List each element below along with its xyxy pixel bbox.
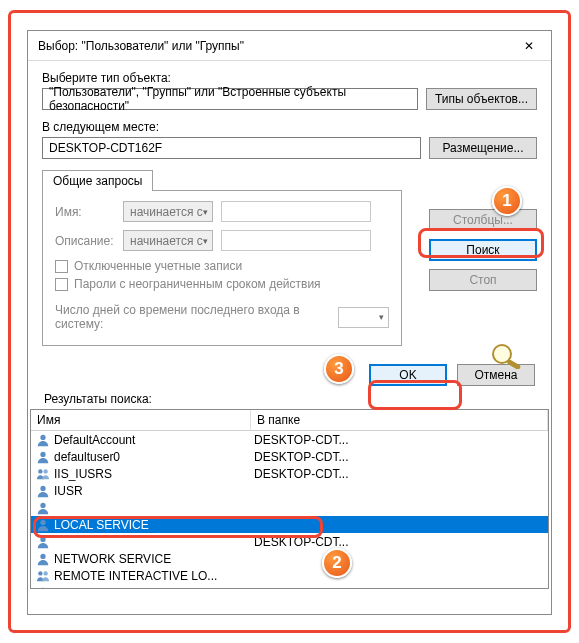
location-label: В следующем месте: xyxy=(42,120,537,134)
result-name: DefaultAccount xyxy=(54,433,254,447)
user-icon xyxy=(35,432,51,448)
result-row[interactable]: REMOTE INTERACTIVE LO... xyxy=(31,567,548,584)
svg-point-10 xyxy=(43,571,47,575)
user-icon xyxy=(35,483,51,499)
result-name: REMOTE INTERACTIVE LO... xyxy=(54,569,254,583)
result-folder: DESKTOP-CDT... xyxy=(254,535,348,549)
svg-point-9 xyxy=(38,571,42,575)
magnifier-icon xyxy=(489,341,529,369)
days-since-logon-label: Число дней со времени последнего входа в… xyxy=(55,303,330,331)
svg-point-7 xyxy=(40,536,45,541)
result-row[interactable]: IIS_IUSRSDESKTOP-CDT... xyxy=(31,465,548,482)
result-name: IIS_IUSRS xyxy=(54,467,254,481)
dialog-window: Выбор: "Пользователи" или "Группы" ✕ Выб… xyxy=(27,30,552,615)
location-field: DESKTOP-CDT162F xyxy=(42,137,421,159)
annotation-3: 3 xyxy=(324,354,354,384)
days-combo[interactable]: ▾ xyxy=(338,307,389,328)
svg-point-5 xyxy=(40,502,45,507)
svg-point-6 xyxy=(40,519,45,524)
columns-button[interactable]: Столбцы... xyxy=(429,209,537,231)
ok-button[interactable]: OK xyxy=(369,364,447,386)
result-folder: DESKTOP-CDT... xyxy=(254,586,348,590)
chevron-down-icon: ▾ xyxy=(203,207,208,217)
group-icon xyxy=(35,568,51,584)
user-icon xyxy=(35,449,51,465)
results-header: Имя В папке xyxy=(31,410,548,431)
results-list[interactable]: Имя В папке DefaultAccountDESKTOP-CDT...… xyxy=(30,409,549,589)
annotation-2: 2 xyxy=(322,548,352,578)
queries-panel: Имя: начинается с▾ Описание: начинается … xyxy=(42,190,402,346)
column-name[interactable]: Имя xyxy=(31,410,251,430)
name-match-combo[interactable]: начинается с▾ xyxy=(123,201,213,222)
chevron-down-icon: ▾ xyxy=(379,312,384,322)
titlebar: Выбор: "Пользователи" или "Группы" ✕ xyxy=(28,31,551,61)
group-icon xyxy=(35,466,51,482)
user-icon xyxy=(35,500,51,516)
svg-point-4 xyxy=(40,485,45,490)
result-name: IUSR xyxy=(54,484,254,498)
svg-point-8 xyxy=(40,553,45,558)
search-button[interactable]: Поиск xyxy=(429,239,537,261)
svg-point-3 xyxy=(43,469,47,473)
svg-point-11 xyxy=(40,587,45,589)
non-expiring-pw-label: Пароли с неограниченным сроком действия xyxy=(74,277,321,291)
disabled-accounts-label: Отключенные учетные записи xyxy=(74,259,242,273)
result-row[interactable]: IUSR xyxy=(31,482,548,499)
result-folder: DESKTOP-CDT... xyxy=(254,433,348,447)
disabled-accounts-checkbox[interactable] xyxy=(55,260,68,273)
chevron-down-icon: ▾ xyxy=(203,236,208,246)
result-name: WDAGUtilityAccount xyxy=(54,586,254,590)
svg-point-1 xyxy=(40,451,45,456)
tab-common-queries[interactable]: Общие запросы xyxy=(42,170,153,191)
window-title: Выбор: "Пользователи" или "Группы" xyxy=(38,39,244,53)
stop-button[interactable]: Стоп xyxy=(429,269,537,291)
close-button[interactable]: ✕ xyxy=(507,31,551,61)
desc-match-combo[interactable]: начинается с▾ xyxy=(123,230,213,251)
result-row[interactable]: DESKTOP-CDT... xyxy=(31,533,548,550)
svg-point-2 xyxy=(38,469,42,473)
result-row[interactable]: DefaultAccountDESKTOP-CDT... xyxy=(31,431,548,448)
result-folder: DESKTOP-CDT... xyxy=(254,450,348,464)
result-row[interactable]: LOCAL SERVICE xyxy=(31,516,548,533)
result-name: defaultuser0 xyxy=(54,450,254,464)
user-icon xyxy=(35,585,51,590)
result-row[interactable]: defaultuser0DESKTOP-CDT... xyxy=(31,448,548,465)
close-icon: ✕ xyxy=(524,39,534,53)
desc-label: Описание: xyxy=(55,234,115,248)
object-types-button[interactable]: Типы объектов... xyxy=(426,88,537,110)
svg-rect-13 xyxy=(507,359,522,369)
svg-point-0 xyxy=(40,434,45,439)
result-row[interactable] xyxy=(31,499,548,516)
result-row[interactable]: WDAGUtilityAccountDESKTOP-CDT... xyxy=(31,584,548,589)
results-label: Результаты поиска: xyxy=(44,392,537,406)
desc-input[interactable] xyxy=(221,230,371,251)
result-name: NETWORK SERVICE xyxy=(54,552,254,566)
column-folder[interactable]: В папке xyxy=(251,410,548,430)
locations-button[interactable]: Размещение... xyxy=(429,137,537,159)
name-input[interactable] xyxy=(221,201,371,222)
object-type-field: "Пользователи", "Группы" или "Встроенные… xyxy=(42,88,418,110)
user-icon xyxy=(35,534,51,550)
annotation-1: 1 xyxy=(492,186,522,216)
name-label: Имя: xyxy=(55,205,115,219)
result-folder: DESKTOP-CDT... xyxy=(254,467,348,481)
user-icon xyxy=(35,551,51,567)
result-row[interactable]: NETWORK SERVICE xyxy=(31,550,548,567)
svg-point-12 xyxy=(493,345,511,363)
object-type-label: Выберите тип объекта: xyxy=(42,71,537,85)
user-icon xyxy=(35,517,51,533)
result-name: LOCAL SERVICE xyxy=(54,518,254,532)
non-expiring-pw-checkbox[interactable] xyxy=(55,278,68,291)
